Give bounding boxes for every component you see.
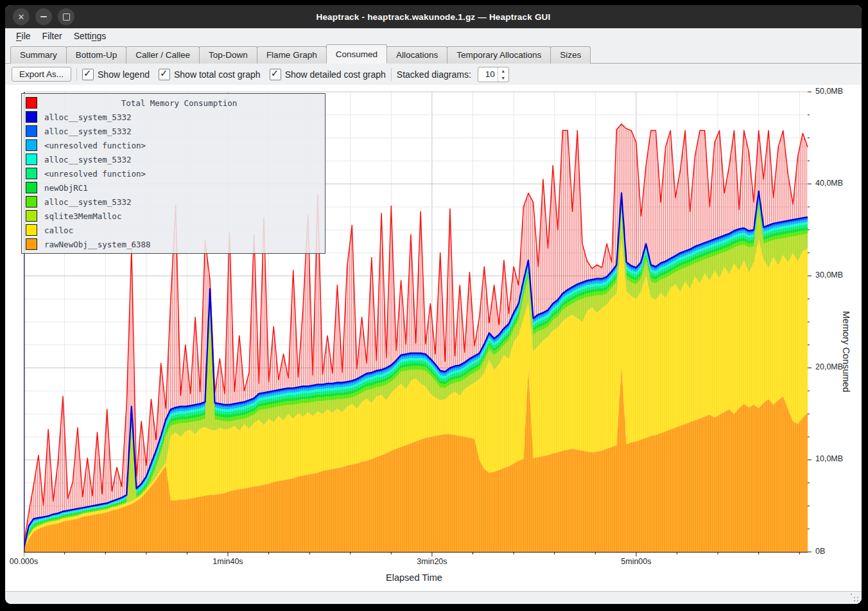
tab-bottom-up[interactable]: Bottom-Up: [66, 46, 127, 64]
menu-file[interactable]: File: [10, 29, 37, 43]
x-tick-label: 3min20s: [417, 557, 447, 566]
legend-swatch-icon: [26, 168, 37, 179]
legend-item: newObjRC1: [22, 181, 325, 195]
legend-item: sqlite3MemMalloc: [22, 209, 325, 223]
y-tick-label: 50,0MB: [815, 87, 843, 96]
legend-label: alloc__system_5332: [44, 197, 131, 207]
checkbox-label: Show detailed cost graph: [285, 69, 386, 80]
legend-label: Total Memory Consumption: [37, 98, 321, 108]
legend-item: alloc__system_5332: [22, 195, 325, 209]
chart-legend: Total Memory Consumptionalloc__system_53…: [21, 93, 326, 254]
close-icon: ✕: [18, 12, 25, 22]
checkbox-icon[interactable]: [159, 69, 170, 80]
tab-summary[interactable]: Summary: [10, 46, 67, 64]
minimize-button[interactable]: [35, 8, 52, 25]
legend-swatch-icon: [26, 210, 37, 222]
checkbox-icon[interactable]: [270, 69, 281, 80]
window-title: Heaptrack - heaptrack.wakunode.1.gz — He…: [316, 12, 550, 22]
x-tick-label: 00.000s: [10, 557, 38, 566]
menu-bar: FileFilterSettings: [5, 28, 862, 44]
legend-label: alloc__system_5332: [44, 127, 131, 136]
legend-swatch-icon: [26, 182, 37, 193]
stacked-diagrams-label: Stacked diagrams:: [397, 69, 471, 80]
legend-item: alloc__system_5332: [22, 152, 325, 166]
legend-swatch-icon: [26, 139, 37, 151]
legend-label: <unresolved function>: [44, 169, 146, 179]
legend-label: rawNewObj__system_6388: [44, 240, 151, 249]
legend-label: calloc: [44, 226, 73, 235]
maximize-icon: [63, 13, 70, 21]
tab-consumed[interactable]: Consumed: [326, 44, 387, 64]
legend-item: calloc: [22, 223, 325, 237]
legend-label: alloc__system_5332: [44, 155, 131, 164]
y-tick-label: 30,0MB: [815, 270, 843, 279]
checkbox-show-legend[interactable]: Show legend: [82, 69, 150, 80]
tab-temporary-allocations[interactable]: Temporary Allocations: [447, 46, 551, 64]
tab-bar: SummaryBottom-UpCaller / CalleeTop-DownF…: [5, 44, 862, 64]
stacked-diagrams-value: 10: [478, 67, 498, 82]
toolbar-separator: [391, 68, 392, 81]
y-tick-label: 10,0MB: [815, 454, 843, 463]
y-axis-title: Memory Consumed: [841, 311, 851, 393]
checkbox-label: Show legend: [98, 69, 150, 80]
tab-sizes[interactable]: Sizes: [550, 46, 591, 64]
legend-item: alloc__system_5332: [22, 110, 325, 124]
y-tick-label: 40,0MB: [815, 179, 843, 188]
menu-filter[interactable]: Filter: [37, 29, 68, 43]
checkbox-icon[interactable]: [82, 69, 94, 80]
legend-label: newObjRC1: [44, 183, 88, 193]
export-as-button[interactable]: Export As...: [12, 67, 71, 82]
legend-swatch-icon: [26, 224, 37, 236]
checkbox-show-detailed-cost-graph[interactable]: Show detailed cost graph: [270, 69, 386, 80]
title-bar[interactable]: ✕ Heaptrack - heaptrack.wakunode.1.gz — …: [5, 5, 862, 28]
minimize-icon: [40, 16, 47, 17]
consumed-chart[interactable]: Total Memory Consumptionalloc__system_53…: [5, 85, 862, 591]
legend-swatch-icon: [26, 154, 37, 165]
x-tick-label: 5min00s: [621, 557, 651, 566]
legend-swatch-icon: [26, 238, 37, 250]
tab-allocations[interactable]: Allocations: [386, 46, 447, 64]
y-tick-label: 0B: [815, 547, 825, 556]
y-tick-label: 20,0MB: [815, 362, 843, 371]
status-strip: [5, 591, 862, 604]
checkbox-show-total-cost-graph[interactable]: Show total cost graph: [159, 69, 261, 80]
spin-down-icon[interactable]: ▼: [498, 75, 508, 82]
legend-label: <unresolved function>: [44, 141, 146, 150]
legend-swatch-icon: [26, 125, 37, 137]
legend-swatch-icon: [26, 196, 37, 208]
close-button[interactable]: ✕: [13, 8, 30, 25]
legend-item: Total Memory Consumption: [22, 96, 325, 110]
stacked-diagrams-stepper[interactable]: 10 ▲ ▼: [478, 67, 509, 82]
legend-swatch-icon: [26, 111, 37, 123]
legend-label: sqlite3MemMalloc: [44, 211, 121, 221]
legend-label: alloc__system_5332: [44, 112, 131, 122]
legend-swatch-icon: [26, 97, 37, 109]
x-tick-label: 1min40s: [213, 557, 243, 566]
x-axis-title: Elapsed Time: [386, 572, 442, 583]
toolbar-separator: [76, 68, 77, 81]
maximize-button[interactable]: [58, 8, 74, 25]
legend-item: rawNewObj__system_6388: [22, 237, 325, 251]
toolbar: Export As... Show legendShow total cost …: [5, 64, 862, 85]
tab-caller-callee[interactable]: Caller / Callee: [126, 46, 200, 64]
legend-item: <unresolved function>: [22, 138, 325, 152]
legend-item: <unresolved function>: [22, 166, 325, 181]
menu-settings[interactable]: Settings: [68, 29, 112, 43]
heaptrack-window: ✕ Heaptrack - heaptrack.wakunode.1.gz — …: [5, 5, 862, 604]
tab-flame-graph[interactable]: Flame Graph: [257, 46, 327, 64]
checkbox-label: Show total cost graph: [174, 69, 261, 80]
spin-up-icon[interactable]: ▲: [498, 67, 508, 75]
window-controls: ✕: [13, 8, 74, 25]
resize-grip[interactable]: [850, 593, 858, 601]
legend-item: alloc__system_5332: [22, 124, 325, 138]
tab-top-down[interactable]: Top-Down: [199, 46, 257, 64]
